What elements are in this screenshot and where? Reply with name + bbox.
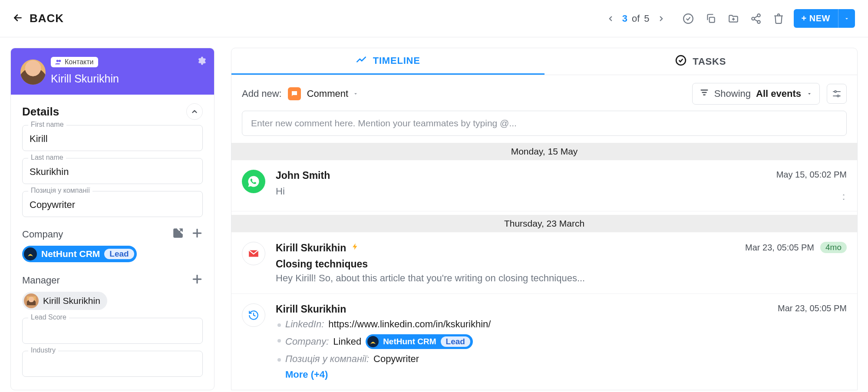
chevron-down-icon [806, 91, 812, 97]
event-sender: Kirill Skurikhin [276, 303, 346, 315]
company-logo-icon [24, 247, 37, 260]
expand-collapse-button[interactable] [841, 193, 847, 201]
last-name-input[interactable] [22, 158, 203, 184]
event-time: Mar 23, 05:05 PM [778, 303, 847, 313]
event-snippet: Hey Kirill! So, about this article that … [276, 273, 847, 284]
add-company-button[interactable] [191, 227, 203, 241]
manager-chip[interactable]: Kirill Skurikhin [22, 292, 107, 310]
company-subheader: Company [11, 224, 214, 246]
company-chip-badge: Lead [104, 249, 134, 259]
date-separator: Monday, 15 May [231, 143, 857, 160]
delete-button[interactable] [771, 11, 786, 26]
topbar-actions: 3 of 5 + NEW [603, 9, 855, 28]
new-comment-input[interactable]: Enter new comment here. Mention your tea… [242, 111, 847, 136]
folder-label: Контакти [65, 58, 94, 66]
move-folder-button[interactable] [726, 11, 741, 26]
tab-tasks-label: TASKS [693, 56, 726, 67]
field-change-list: LinkedIn: https://www.linkedin.com/in/ks… [276, 319, 847, 380]
record-settings-button[interactable] [197, 56, 206, 67]
timeline-item-email[interactable]: Kirill Skurikhin Mar 23, 05:05 PM 4mo Cl… [231, 232, 857, 294]
timeline-item-history[interactable]: Kirill Skurikhin Mar 23, 05:05 PM Linked… [231, 294, 857, 390]
record-pager: 3 of 5 [603, 11, 669, 26]
first-name-field: First name [22, 125, 203, 151]
timeline-item-whatsapp[interactable]: John Smith May 15, 05:02 PM Hi [231, 160, 857, 211]
pager-total: 5 [644, 13, 649, 24]
topbar: BACK 3 of 5 + NEW [0, 0, 868, 37]
add-new-type-select[interactable]: Comment [307, 88, 359, 99]
main-layout: Контакти Kirill Skurikhin Details First … [0, 37, 868, 390]
industry-label: Industry [28, 346, 58, 354]
new-button-dropdown[interactable] [838, 9, 855, 28]
filter-value: All events [756, 88, 801, 99]
manager-chip-name: Kirill Skurikhin [43, 296, 100, 306]
manager-heading: Manager [22, 275, 60, 286]
filter-prefix: Showing [714, 88, 751, 99]
record-content: TIMELINE TASKS Add new: Comment Showing [231, 48, 858, 390]
back-button[interactable]: BACK [12, 12, 64, 25]
bolt-icon [351, 242, 359, 254]
contact-name: Kirill Skurikhin [51, 72, 205, 85]
company-chip[interactable]: NetHunt CRM Lead [22, 246, 137, 262]
add-new-type-value: Comment [307, 88, 348, 99]
comment-type-icon [288, 87, 301, 100]
content-tabs: TIMELINE TASKS [231, 48, 857, 75]
change-row: Company: Linked NetHunt CRM Lead [276, 334, 847, 349]
email-icon [242, 242, 265, 265]
tab-timeline[interactable]: TIMELINE [231, 48, 545, 75]
timeline-settings-button[interactable] [827, 84, 847, 104]
company-heading: Company [22, 229, 63, 240]
share-button[interactable] [749, 11, 763, 26]
filter-icon [700, 88, 709, 100]
change-row: Позиція у компанії: Copywriter [276, 353, 847, 365]
new-button[interactable]: + NEW [794, 9, 838, 28]
position-field: Позиція у компанії [22, 191, 203, 217]
svg-point-5 [752, 17, 755, 20]
folder-tag[interactable]: Контакти [51, 57, 98, 67]
company-chip-badge: Lead [441, 336, 470, 347]
pager-of: of [632, 13, 640, 24]
tab-timeline-label: TIMELINE [373, 55, 420, 66]
pager-next-button[interactable] [654, 11, 669, 26]
mark-done-button[interactable] [681, 11, 696, 26]
event-text: Hi [276, 186, 285, 197]
timeline-filters: Showing All events [692, 83, 847, 105]
leadscore-input[interactable] [22, 318, 203, 344]
history-icon [242, 303, 265, 327]
manager-subheader: Manager [11, 270, 214, 292]
svg-rect-15 [293, 92, 296, 93]
last-name-label: Last name [28, 154, 66, 161]
chevron-up-icon [841, 193, 847, 197]
company-chip[interactable]: NetHunt CRM Lead [366, 334, 473, 349]
add-manager-button[interactable] [191, 273, 203, 287]
manager-avatar [24, 293, 39, 308]
date-separator: Thursday, 23 March [231, 215, 857, 232]
add-new-group: Add new: Comment [242, 87, 359, 100]
company-chip-name: NetHunt CRM [383, 337, 436, 346]
event-age-badge: 4mo [820, 242, 847, 253]
industry-input[interactable] [22, 351, 203, 377]
position-label: Позиція у компанії [28, 187, 92, 194]
contact-avatar [20, 59, 46, 85]
copy-button[interactable] [703, 11, 718, 26]
events-filter-select[interactable]: Showing All events [692, 83, 820, 105]
timeline-icon [356, 54, 367, 68]
show-more-changes-button[interactable]: More (+4) [276, 369, 847, 380]
record-header: Контакти Kirill Skurikhin [11, 48, 214, 95]
event-subject: Closing techniques [276, 258, 847, 270]
svg-line-7 [754, 16, 757, 18]
change-value-prefix: Linked [333, 336, 361, 347]
whatsapp-icon [242, 170, 265, 193]
pager-current: 3 [622, 13, 627, 24]
leadscore-label: Lead Score [28, 313, 69, 321]
first-name-label: First name [28, 121, 66, 128]
change-value: https://www.linkedin.com/in/kskurikhin/ [328, 319, 491, 330]
pager-prev-button[interactable] [603, 11, 618, 26]
details-collapse-button[interactable] [186, 103, 203, 120]
new-button-group: + NEW [794, 9, 855, 28]
position-input[interactable] [22, 191, 203, 217]
tab-tasks[interactable]: TASKS [545, 48, 858, 75]
last-name-field: Last name [22, 158, 203, 184]
industry-field: Industry [22, 351, 203, 377]
first-name-input[interactable] [22, 125, 203, 151]
open-company-button[interactable] [172, 227, 184, 241]
